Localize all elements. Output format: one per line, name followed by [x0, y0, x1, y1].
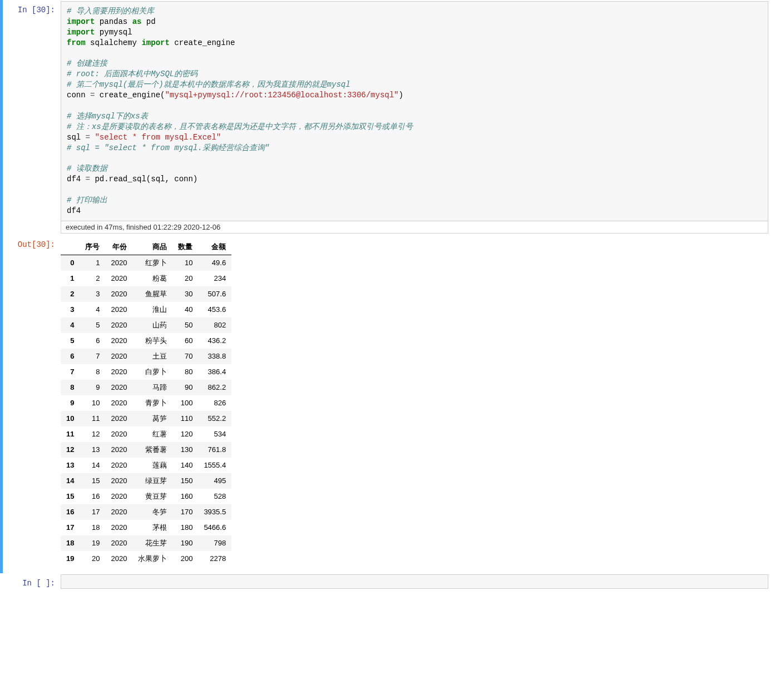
table-cell: 826 [198, 395, 231, 411]
table-cell: 2020 [105, 504, 132, 520]
row-index: 19 [61, 551, 80, 567]
table-cell: 16 [80, 489, 105, 504]
table-row: 892020马蹄90862.2 [61, 380, 231, 395]
output-prompt: Out[30]: [3, 236, 61, 572]
table-cell: 1555.4 [198, 458, 231, 473]
table-cell: 淮山 [132, 302, 172, 317]
table-cell: 130 [172, 442, 198, 458]
table-header-row: 序号年份商品数量金额 [61, 239, 231, 255]
table-cell: 60 [172, 333, 198, 349]
table-cell: 9 [80, 380, 105, 395]
table-column-header: 金额 [198, 239, 231, 255]
table-column-header [61, 239, 80, 255]
code-editor[interactable]: # 导入需要用到的相关库import pandas as pdimport py… [61, 1, 768, 221]
table-cell: 2020 [105, 364, 132, 380]
table-row: 012020红萝卜1049.6 [61, 255, 231, 271]
table-cell: 18 [80, 520, 105, 535]
table-cell: 70 [172, 349, 198, 364]
table-cell: 2020 [105, 520, 132, 535]
table-cell: 5466.6 [198, 520, 231, 535]
table-cell: 2020 [105, 489, 132, 504]
table-cell: 234 [198, 271, 231, 286]
table-cell: 2020 [105, 271, 132, 286]
table-cell: 2020 [105, 473, 132, 489]
row-index: 11 [61, 426, 80, 442]
table-cell: 花生芽 [132, 535, 172, 551]
table-cell: 386.4 [198, 364, 231, 380]
table-cell: 798 [198, 535, 231, 551]
table-cell: 2020 [105, 255, 132, 271]
code-keyword: import [67, 17, 95, 26]
table-cell: 水果萝卜 [132, 551, 172, 567]
table-cell: 200 [172, 551, 198, 567]
empty-code-cell[interactable]: In [ ]: [0, 573, 775, 590]
table-cell: 红萝卜 [132, 255, 172, 271]
table-row: 18192020花生芽190798 [61, 535, 231, 551]
table-cell: 10 [172, 255, 198, 271]
table-cell: 30 [172, 286, 198, 302]
table-row: 562020粉芋头60436.2 [61, 333, 231, 349]
table-cell: 冬笋 [132, 504, 172, 520]
table-cell: 白萝卜 [132, 364, 172, 380]
table-cell: 40 [172, 302, 198, 317]
table-cell: 528 [198, 489, 231, 504]
table-cell: 2020 [105, 317, 132, 333]
table-cell: 2020 [105, 458, 132, 473]
table-row: 12132020紫番薯130761.8 [61, 442, 231, 458]
row-index: 8 [61, 380, 80, 395]
row-index: 13 [61, 458, 80, 473]
row-index: 1 [61, 271, 80, 286]
table-cell: 170 [172, 504, 198, 520]
table-row: 15162020黄豆芽160528 [61, 489, 231, 504]
execution-timing: executed in 47ms, finished 01:22:29 2020… [61, 221, 768, 234]
table-row: 342020淮山40453.6 [61, 302, 231, 317]
output-cell: Out[30]: 序号年份商品数量金额 012020红萝卜1049.612202… [0, 235, 775, 573]
table-column-header: 序号 [80, 239, 105, 255]
table-cell: 红薯 [132, 426, 172, 442]
table-cell: 15 [80, 473, 105, 489]
code-cell[interactable]: In [30]: # 导入需要用到的相关库import pandas as pd… [0, 0, 775, 235]
table-row: 11122020红薯120534 [61, 426, 231, 442]
table-cell: 绿豆芽 [132, 473, 172, 489]
table-column-header: 数量 [172, 239, 198, 255]
table-cell: 90 [172, 380, 198, 395]
table-cell: 2278 [198, 551, 231, 567]
table-cell: 50 [172, 317, 198, 333]
table-row: 17182020茅根1805466.6 [61, 520, 231, 535]
table-cell: 2020 [105, 333, 132, 349]
table-row: 16172020冬笋1703935.5 [61, 504, 231, 520]
table-row: 782020白萝卜80386.4 [61, 364, 231, 380]
table-cell: 11 [80, 411, 105, 426]
dataframe-table: 序号年份商品数量金额 012020红萝卜1049.6122020粉葛202342… [61, 239, 231, 567]
table-cell: 2020 [105, 380, 132, 395]
table-cell: 2020 [105, 395, 132, 411]
table-cell: 紫番薯 [132, 442, 172, 458]
row-index: 4 [61, 317, 80, 333]
table-cell: 13 [80, 442, 105, 458]
table-cell: 莲藕 [132, 458, 172, 473]
table-cell: 14 [80, 458, 105, 473]
table-cell: 802 [198, 317, 231, 333]
table-cell: 180 [172, 520, 198, 535]
table-cell: 453.6 [198, 302, 231, 317]
input-prompt: In [ ]: [3, 574, 61, 589]
table-cell: 436.2 [198, 333, 231, 349]
table-cell: 20 [172, 271, 198, 286]
table-cell: 120 [172, 426, 198, 442]
table-cell: 2020 [105, 426, 132, 442]
row-index: 5 [61, 333, 80, 349]
table-cell: 12 [80, 426, 105, 442]
code-editor[interactable] [61, 574, 768, 589]
table-cell: 6 [80, 333, 105, 349]
table-cell: 3935.5 [198, 504, 231, 520]
table-cell: 495 [198, 473, 231, 489]
row-index: 17 [61, 520, 80, 535]
table-cell: 19 [80, 535, 105, 551]
table-cell: 110 [172, 411, 198, 426]
table-cell: 100 [172, 395, 198, 411]
input-prompt: In [30]: [3, 1, 61, 234]
table-row: 10112020莴笋110552.2 [61, 411, 231, 426]
row-index: 18 [61, 535, 80, 551]
table-cell: 20 [80, 551, 105, 567]
row-index: 16 [61, 504, 80, 520]
